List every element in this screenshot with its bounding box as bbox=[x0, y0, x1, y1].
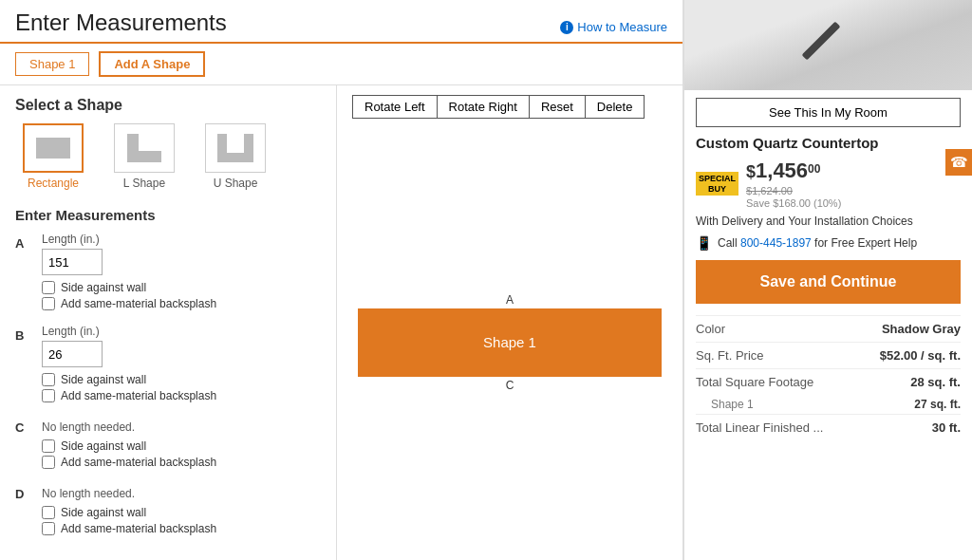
measure-inputs-c: No length needed. Side against wall Add … bbox=[42, 417, 321, 472]
checkbox-side-wall-c-input[interactable] bbox=[42, 439, 55, 453]
checkbox-side-wall-b: Side against wall bbox=[42, 373, 321, 386]
detail-row-sqft-price: Sq. Ft. Price $52.00 / sq. ft. bbox=[696, 342, 961, 368]
detail-label-sqft-price: Sq. Ft. Price bbox=[696, 348, 764, 363]
shape-canvas: Rotate Left Rotate Right Reset Delete A … bbox=[337, 85, 682, 560]
room-image-bg bbox=[684, 0, 972, 90]
l-label: L Shape bbox=[123, 177, 165, 190]
measure-label-d: D bbox=[15, 483, 34, 501]
rectangle-label: Rectangle bbox=[28, 177, 79, 190]
tab-shape1[interactable]: Shape 1 bbox=[15, 52, 89, 76]
rotate-left-btn[interactable]: Rotate Left bbox=[352, 95, 438, 119]
checkbox-backsplash-c-label: Add same-material backsplash bbox=[61, 456, 216, 469]
right-panel: ☎ See This In My Room Custom Quartz Coun… bbox=[683, 0, 972, 560]
checkbox-side-wall-a-input[interactable] bbox=[42, 281, 55, 294]
u-label: U Shape bbox=[214, 177, 258, 190]
detail-label-total-sqft: Total Square Footage bbox=[696, 375, 813, 389]
detail-value-linear: 30 ft. bbox=[932, 420, 961, 435]
info-icon: i bbox=[560, 21, 573, 34]
delete-btn[interactable]: Delete bbox=[585, 95, 645, 119]
rotate-right-btn[interactable]: Rotate Right bbox=[437, 95, 530, 119]
checkbox-backsplash-a-input[interactable] bbox=[42, 297, 55, 310]
checkbox-backsplash-d-input[interactable] bbox=[42, 522, 55, 535]
reset-btn[interactable]: Reset bbox=[529, 95, 586, 119]
canvas-toolbar: Rotate Left Rotate Right Reset Delete bbox=[352, 95, 667, 119]
svg-rect-4 bbox=[217, 153, 253, 162]
price-sup: 00 bbox=[808, 162, 820, 176]
rectangle-shape-preview bbox=[36, 138, 70, 159]
left-panel: Enter Measurements i How to Measure Shap… bbox=[0, 0, 683, 560]
detail-label-color: Color bbox=[696, 322, 725, 336]
shape-option-u[interactable]: U Shape bbox=[197, 123, 273, 190]
detail-row-total-sqft: Total Square Footage 28 sq. ft. bbox=[696, 368, 961, 395]
page-header: Enter Measurements i How to Measure bbox=[0, 0, 682, 44]
expert-help-text: Call 800-445-1897 for Free Expert Help bbox=[718, 236, 917, 250]
side-label-top: A bbox=[358, 293, 662, 307]
checkbox-backsplash-c-input[interactable] bbox=[42, 456, 55, 469]
detail-value-sqft-price: $52.00 / sq. ft. bbox=[880, 348, 961, 363]
measure-inputs-b: Length (in.) Side against wall Add same-… bbox=[42, 325, 321, 405]
shape-name-label: Shape 1 bbox=[483, 334, 536, 350]
checkbox-backsplash-b-input[interactable] bbox=[42, 389, 55, 402]
side-label-right: D bbox=[668, 336, 677, 349]
rectangle-icon-box bbox=[23, 123, 84, 173]
checkbox-side-wall-d-label: Side against wall bbox=[61, 506, 146, 519]
product-info: Custom Quartz Countertop SPECIALBUY $1,4… bbox=[684, 135, 972, 260]
price-row: SPECIALBUY $1,45600 $1,624.00 Save $168.… bbox=[696, 159, 961, 209]
checkbox-side-wall-a: Side against wall bbox=[42, 281, 321, 294]
enter-measurements-title: Enter Measurements bbox=[15, 207, 321, 223]
u-icon-box bbox=[205, 123, 266, 173]
checkbox-side-wall-d: Side against wall bbox=[42, 506, 321, 519]
checkbox-backsplash-d: Add same-material backsplash bbox=[42, 522, 321, 535]
phone-icon: 📱 bbox=[696, 235, 712, 251]
detail-row-linear: Total Linear Finished ... 30 ft. bbox=[696, 414, 961, 440]
phone-badge[interactable]: ☎ bbox=[945, 149, 972, 176]
measure-inputs-a: Length (in.) Side against wall Add same-… bbox=[42, 233, 321, 313]
shape-option-l[interactable]: L Shape bbox=[106, 123, 182, 190]
checkbox-backsplash-c: Add same-material backsplash bbox=[42, 456, 321, 469]
see-room-btn[interactable]: See This In My Room bbox=[696, 98, 961, 127]
svg-rect-1 bbox=[127, 151, 161, 162]
canvas-area: A B Shape 1 D C bbox=[352, 134, 667, 551]
side-label-bottom: C bbox=[358, 379, 662, 392]
measurement-row-d: D No length needed. Side against wall Ad… bbox=[15, 483, 321, 538]
no-length-d: No length needed. bbox=[42, 483, 321, 500]
shape-rect: B Shape 1 D bbox=[358, 308, 662, 377]
shape-option-rectangle[interactable]: Rectangle bbox=[15, 123, 91, 190]
details-table: Color Shadow Gray Sq. Ft. Price $52.00 /… bbox=[684, 315, 972, 440]
l-icon-box bbox=[114, 123, 175, 173]
checkbox-side-wall-b-input[interactable] bbox=[42, 373, 55, 386]
detail-label-linear: Total Linear Finished ... bbox=[696, 420, 823, 435]
expert-help-phone[interactable]: 800-445-1897 bbox=[740, 236, 812, 250]
main-content: Select a Shape Rectangle bbox=[0, 85, 682, 560]
detail-sub-row-shape1: Shape 1 27 sq. ft. bbox=[696, 395, 961, 414]
room-image bbox=[684, 0, 972, 90]
price-save: Save $168.00 (10%) bbox=[746, 197, 841, 209]
page-title: Enter Measurements bbox=[15, 9, 227, 36]
checkbox-backsplash-a-label: Add same-material backsplash bbox=[61, 297, 216, 310]
shape-options: Rectangle L Shape bbox=[15, 123, 321, 190]
measure-label-b: B bbox=[15, 325, 34, 343]
measure-inputs-d: No length needed. Side against wall Add … bbox=[42, 483, 321, 538]
detail-value-shape1: 27 sq. ft. bbox=[914, 398, 961, 411]
checkbox-side-wall-c-label: Side against wall bbox=[61, 439, 146, 453]
save-continue-btn[interactable]: Save and Continue bbox=[696, 260, 961, 304]
checkbox-side-wall-d-input[interactable] bbox=[42, 506, 55, 519]
measure-input-a[interactable] bbox=[42, 249, 103, 275]
tab-add-shape[interactable]: Add A Shape bbox=[99, 51, 205, 77]
measure-label-a: A bbox=[15, 233, 34, 251]
price-display: $1,45600 $1,624.00 Save $168.00 (10%) bbox=[746, 159, 841, 209]
price-main: 1,456 bbox=[756, 159, 808, 182]
measurement-row-a: A Length (in.) Side against wall Add sam… bbox=[15, 233, 321, 313]
no-length-c: No length needed. bbox=[42, 417, 321, 434]
checkbox-side-wall-c: Side against wall bbox=[42, 439, 321, 453]
detail-row-color: Color Shadow Gray bbox=[696, 315, 961, 342]
side-label-left: B bbox=[343, 336, 350, 349]
detail-value-color: Shadow Gray bbox=[882, 322, 961, 336]
checkbox-backsplash-a: Add same-material backsplash bbox=[42, 297, 321, 310]
measure-input-b[interactable] bbox=[42, 341, 103, 367]
measure-length-label-a: Length (in.) bbox=[42, 233, 321, 246]
checkbox-backsplash-b: Add same-material backsplash bbox=[42, 389, 321, 402]
product-title: Custom Quartz Countertop bbox=[696, 135, 961, 151]
measure-label-c: C bbox=[15, 417, 34, 435]
how-to-measure-link[interactable]: i How to Measure bbox=[560, 20, 667, 34]
